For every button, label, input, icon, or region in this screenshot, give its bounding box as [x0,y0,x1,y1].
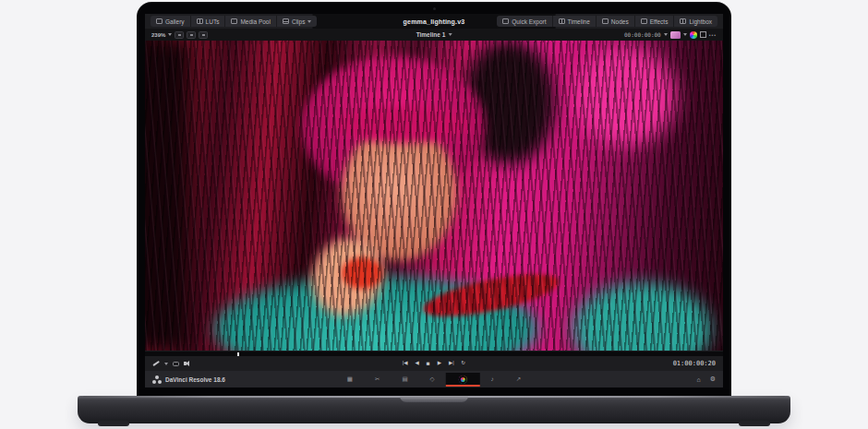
chevron-down-icon[interactable] [683,33,687,36]
lightbox-button[interactable]: Lightbox [674,16,717,27]
source-timecode: 00:00:00:00 [624,31,661,38]
effects-button[interactable]: Effects [635,16,675,27]
chevron-down-icon[interactable] [164,363,168,365]
home-icon[interactable]: ⌂ [696,376,700,383]
viewer-toggle-3[interactable] [199,31,208,39]
macbook-lid: gemma_lighting.v3 Gallery LUTs Media Poo… [137,2,731,396]
chevron-down-icon [307,20,311,23]
color-wheels-icon[interactable] [690,31,697,39]
more-options-icon[interactable]: ••• [709,32,717,38]
skip-to-end-button[interactable]: ▶| [449,361,454,366]
viewer-toggle-2[interactable] [187,31,196,39]
clips-icon [283,18,289,24]
transport-bar: |◀ ◀ ■ ▶ ▶| ↻ 01:00:00:20 [145,356,723,371]
page-tab-media[interactable]: ▦ [336,374,364,386]
timeline-selector[interactable]: Timeline 1 [416,31,452,38]
quick-export-label: Quick Export [512,18,546,25]
grade-tools [152,361,189,366]
luts-label: LUTs [206,18,220,25]
gallery-icon [156,18,163,24]
clips-label: Clips [292,18,305,25]
nodes-label: Nodes [611,18,629,25]
chevron-down-icon[interactable] [664,33,668,36]
timeline-panel-icon [559,18,565,24]
lightbox-icon [680,18,686,24]
page-tab-deliver[interactable]: ↗ [505,374,532,386]
rubber-foot-right [739,421,770,426]
page-bar-right: ⌂ ⚙ [696,375,716,383]
color-viewer [145,41,723,351]
rubber-foot-left [98,421,129,426]
page-bar: DaVinci Resolve 18.6 ▦ ✂ ▤ ◇ ♪ ↗ ⌂ ⚙ [145,371,723,387]
source-timecode-group: 00:00:00:00 ••• [624,31,717,39]
quick-export-button[interactable]: Quick Export [497,16,552,27]
page-tab-fairlight[interactable]: ♪ [480,374,505,386]
project-title: gemma_lighting.v3 [404,18,465,25]
nodes-button[interactable]: Nodes [597,16,635,27]
expand-viewer-icon[interactable] [700,31,706,38]
left-panel-buttons: Gallery LUTs Media Pool Clips [151,16,317,27]
skip-to-start-button[interactable]: |◀ [403,361,408,366]
timeline-panel-button[interactable]: Timeline [553,16,597,27]
annotation-icon[interactable] [173,362,179,366]
lid-thumb-scoop [400,396,468,402]
webcam-dot [433,7,436,10]
marketing-background: gemma_lighting.v3 Gallery LUTs Media Poo… [0,0,868,429]
top-toolbar: gemma_lighting.v3 Gallery LUTs Media Poo… [145,14,723,29]
viewer-toggle-1[interactable] [175,31,184,39]
page-tabs: ▦ ✂ ▤ ◇ ♪ ↗ [336,373,532,387]
loop-button[interactable]: ↻ [462,361,466,366]
color-wheel-icon [459,375,467,384]
effects-label: Effects [650,18,669,25]
davinci-resolve-window: gemma_lighting.v3 Gallery LUTs Media Poo… [145,14,723,387]
page-tab-color-active[interactable] [446,373,480,387]
page-tab-cut[interactable]: ✂ [364,374,391,386]
media-pool-button[interactable]: Media Pool [225,16,277,27]
chevron-down-icon[interactable] [168,33,172,36]
clips-button[interactable]: Clips [277,16,317,27]
draw-tool-icon[interactable] [152,361,159,366]
app-version-label: DaVinci Resolve 18.6 [165,376,225,383]
luts-icon [197,18,203,24]
chevron-down-icon [448,33,452,36]
viewer-toolbar: 239% Timeline 1 00:00:00:00 [145,29,723,41]
timeline-panel-label: Timeline [568,18,590,25]
right-panel-buttons: Quick Export Timeline Nodes Effects [497,16,717,27]
davinci-resolve-logo [152,375,162,384]
effects-icon [641,18,647,24]
photo-fur-streaks-2 [145,41,723,351]
app-brand: DaVinci Resolve 18.6 [152,375,225,384]
page-tab-fusion[interactable]: ◇ [419,374,446,386]
viewer-zoom-level[interactable]: 239% [151,32,165,38]
gallery-button[interactable]: Gallery [151,16,191,27]
timeline-name: Timeline 1 [416,31,446,38]
page-tab-edit[interactable]: ▤ [391,374,418,386]
still-wipe-icon[interactable] [670,31,681,39]
speaker-cone [186,361,189,366]
step-back-button[interactable]: ◀ [415,361,418,366]
viewer-zoom-group: 239% [151,31,208,39]
nodes-icon [602,18,609,24]
play-button[interactable]: ▶ [438,361,441,366]
timeline-timecode: 01:00:00:20 [673,360,716,367]
stop-button[interactable]: ■ [427,361,430,367]
media-pool-icon [231,18,237,24]
macbook-base [78,396,790,423]
quick-export-icon [502,18,509,24]
settings-gear-icon[interactable]: ⚙ [710,375,716,383]
gallery-label: Gallery [165,18,185,25]
lightbox-label: Lightbox [689,18,712,25]
luts-button[interactable]: LUTs [191,16,226,27]
playback-controls: |◀ ◀ ■ ▶ ▶| ↻ [403,361,465,367]
audio-mute-icon[interactable] [184,361,189,366]
media-pool-label: Media Pool [240,18,271,25]
